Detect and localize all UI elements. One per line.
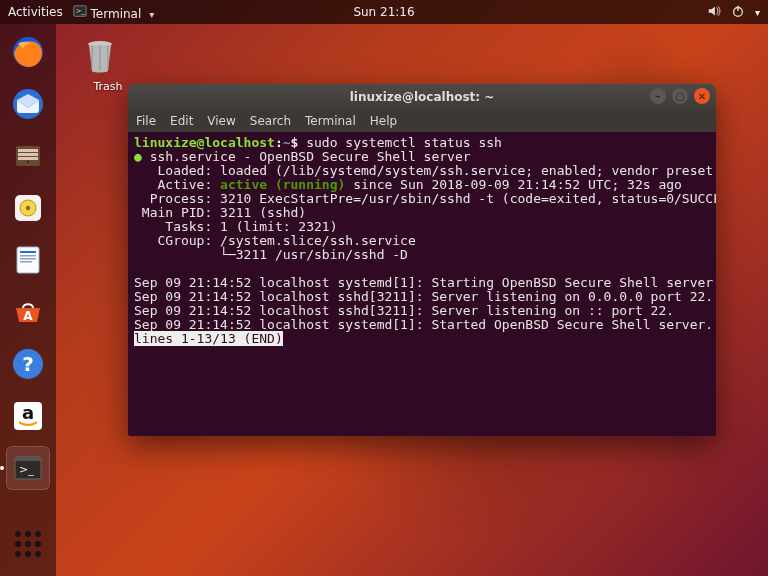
svg-rect-3	[737, 5, 738, 10]
line-process: Process: 3210 ExecStartPre=/usr/sbin/ssh…	[134, 191, 716, 206]
dock-files[interactable]	[6, 134, 50, 178]
svg-text:>_: >_	[75, 6, 85, 14]
log-line: Sep 09 21:14:52 localhost sshd[3211]: Se…	[134, 303, 674, 318]
svg-rect-18	[20, 261, 32, 263]
window-title: linuxize@localhost: ~	[350, 90, 495, 104]
desktop-trash[interactable]: Trash	[78, 34, 138, 93]
window-minimize-button[interactable]: –	[650, 88, 666, 104]
prompt-dollar: $	[291, 135, 307, 150]
writer-icon	[10, 242, 46, 278]
menu-help[interactable]: Help	[370, 114, 397, 128]
svg-point-10	[27, 161, 29, 163]
pager-status: lines 1-13/13 (END)	[134, 331, 283, 346]
dock-thunderbird[interactable]	[6, 82, 50, 126]
svg-rect-17	[20, 258, 36, 260]
app-menu-label: Terminal	[91, 7, 142, 21]
clock[interactable]: Sun 21:16	[353, 5, 414, 19]
line-tasks: Tasks: 1 (limit: 2321)	[134, 219, 338, 234]
launcher-dock: A ? a >_	[0, 24, 56, 576]
software-icon: A	[10, 294, 46, 330]
rhythmbox-icon	[10, 190, 46, 226]
dock-software[interactable]: A	[6, 290, 50, 334]
help-icon: ?	[10, 346, 46, 382]
amazon-icon: a	[10, 398, 46, 434]
files-icon	[10, 138, 46, 174]
prompt-path: ~	[283, 135, 291, 150]
terminal-indicator-icon: >_	[73, 4, 87, 18]
thunderbird-icon	[10, 86, 46, 122]
dock-amazon[interactable]: a	[6, 394, 50, 438]
menu-search[interactable]: Search	[250, 114, 291, 128]
power-icon[interactable]	[731, 4, 745, 21]
menu-file[interactable]: File	[136, 114, 156, 128]
app-menu[interactable]: >_ Terminal	[73, 4, 154, 21]
log-line: Sep 09 21:14:52 localhost sshd[3211]: Se…	[134, 289, 713, 304]
line-cgroup2: └─3211 /usr/sbin/sshd -D	[134, 247, 408, 262]
menu-view[interactable]: View	[207, 114, 235, 128]
svg-rect-7	[18, 149, 38, 152]
terminal-window: linuxize@localhost: ~ – ▢ ✕ File Edit Vi…	[128, 84, 716, 436]
line-active-prefix: Active:	[134, 177, 220, 192]
line-cgroup: CGroup: /system.slice/ssh.service	[134, 233, 416, 248]
volume-icon[interactable]	[707, 4, 721, 21]
dock-firefox[interactable]	[6, 30, 50, 74]
svg-text:>_: >_	[19, 463, 34, 476]
terminal-output[interactable]: linuxize@localhost:~$ sudo systemctl sta…	[128, 132, 716, 436]
command-text: sudo systemctl status ssh	[306, 135, 502, 150]
svg-rect-9	[18, 157, 38, 160]
svg-rect-14	[17, 247, 39, 273]
terminal-icon: >_	[10, 450, 46, 486]
line-service: ssh.service - OpenBSD Secure Shell serve…	[142, 149, 471, 164]
menu-terminal[interactable]: Terminal	[305, 114, 356, 128]
dock-terminal[interactable]: >_	[6, 446, 50, 490]
svg-rect-25	[15, 457, 41, 461]
log-line: Sep 09 21:14:52 localhost systemd[1]: St…	[134, 275, 716, 290]
terminal-menubar: File Edit View Search Terminal Help	[128, 110, 716, 132]
svg-rect-8	[18, 153, 38, 156]
line-loaded: Loaded: loaded (/lib/systemd/system/ssh.…	[134, 163, 716, 178]
svg-text:?: ?	[22, 352, 34, 376]
dock-writer[interactable]	[6, 238, 50, 282]
trash-icon	[78, 34, 122, 78]
svg-rect-16	[20, 255, 36, 257]
dock-rhythmbox[interactable]	[6, 186, 50, 230]
prompt-sep: :	[275, 135, 283, 150]
menu-edit[interactable]: Edit	[170, 114, 193, 128]
prompt-user: linuxize@localhost	[134, 135, 275, 150]
firefox-icon	[10, 34, 46, 70]
activities-button[interactable]: Activities	[8, 5, 63, 19]
gnome-topbar: Activities >_ Terminal Sun 21:16 ▾	[0, 0, 768, 24]
svg-rect-15	[20, 251, 36, 253]
dock-help[interactable]: ?	[6, 342, 50, 386]
line-mainpid: Main PID: 3211 (sshd)	[134, 205, 306, 220]
window-close-button[interactable]: ✕	[694, 88, 710, 104]
system-menu-arrow-icon[interactable]: ▾	[755, 7, 760, 18]
window-titlebar[interactable]: linuxize@localhost: ~ – ▢ ✕	[128, 84, 716, 110]
line-active-state: active (running)	[220, 177, 345, 192]
svg-text:A: A	[23, 309, 33, 323]
status-bullet-icon: ●	[134, 149, 142, 164]
log-line: Sep 09 21:14:52 localhost systemd[1]: St…	[134, 317, 713, 332]
line-active-suffix: since Sun 2018-09-09 21:14:52 UTC; 32s a…	[345, 177, 682, 192]
window-maximize-button[interactable]: ▢	[672, 88, 688, 104]
svg-point-13	[26, 206, 30, 210]
svg-text:a: a	[22, 402, 34, 423]
